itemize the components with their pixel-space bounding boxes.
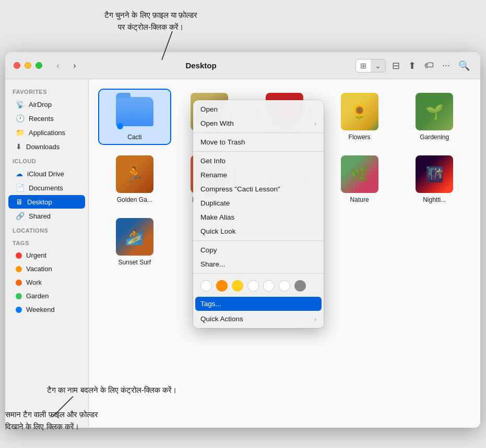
urgent-dot <box>16 252 22 259</box>
color-dot-none[interactable] <box>200 280 212 292</box>
sidebar-item-tag-vacation[interactable]: Vacation <box>8 262 85 275</box>
gardening-label: Gardening <box>420 134 449 141</box>
documents-icon: 📄 <box>16 184 25 192</box>
file-item-nature[interactable]: 🌿 Nature <box>324 152 395 207</box>
separator-2 <box>193 151 324 152</box>
sidebar-item-desktop-label: Desktop <box>27 198 52 206</box>
golden-thumb: 🏃 <box>116 155 153 193</box>
separator-1 <box>193 132 324 133</box>
file-item-cacti[interactable]: Cacti <box>99 90 170 144</box>
sidebar-item-tag-weekend[interactable]: Weekend <box>8 303 85 316</box>
traffic-lights <box>14 62 42 69</box>
locations-label: Locations <box>5 223 88 236</box>
finder-window: ‹ › Desktop ⊞ ⌄ ⊟ ⬆ 🏷 ··· 🔍 Favorites 📡 … <box>5 52 480 428</box>
weekend-dot <box>16 307 22 313</box>
cacti-label: Cacti <box>127 134 141 141</box>
color-dot-gray[interactable] <box>294 280 306 292</box>
separator-3 <box>193 240 324 241</box>
nature-thumb: 🌿 <box>341 155 378 193</box>
file-item-golden[interactable]: 🏃 Golden Ga... <box>99 152 170 207</box>
menu-quick-look[interactable]: Quick Look <box>193 224 324 238</box>
menu-open-with[interactable]: Open With › <box>193 116 324 130</box>
sidebar-item-applications[interactable]: 📁 Applications <box>8 126 85 139</box>
color-dot-none2[interactable] <box>247 280 259 292</box>
minimize-button[interactable] <box>25 62 31 69</box>
separator-4 <box>193 273 324 274</box>
sidebar-tag-urgent-label: Urgent <box>26 251 46 259</box>
desktop-icon: 🖥 <box>16 198 23 206</box>
menu-move-to-trash[interactable]: Move to Trash <box>193 135 324 149</box>
file-item-sunset[interactable]: 🏄 Sunset Surf <box>99 215 170 269</box>
main-area: Favorites 📡 AirDrop 🕐 Recents 📁 Applicat… <box>5 79 480 428</box>
menu-rename[interactable]: Rename <box>193 168 324 182</box>
search-button[interactable]: 🔍 <box>456 58 472 74</box>
color-dot-orange[interactable] <box>216 280 228 292</box>
maximize-button[interactable] <box>35 62 42 69</box>
applications-icon: 📁 <box>16 128 25 137</box>
sidebar-item-airdrop[interactable]: 📡 AirDrop <box>8 98 85 111</box>
icon-view-button[interactable]: ⊞ <box>356 59 371 72</box>
context-menu: Open Open With › Move to Trash Get Info … <box>193 100 324 328</box>
sidebar-item-tag-urgent[interactable]: Urgent <box>8 249 85 262</box>
color-dot-yellow[interactable] <box>232 280 243 292</box>
garden-dot <box>16 293 22 299</box>
window-title: Desktop <box>46 61 355 70</box>
open-with-arrow: › <box>314 120 316 127</box>
cacti-tag <box>117 123 123 129</box>
sidebar-item-documents[interactable]: 📄 Documents <box>8 181 85 195</box>
share-toolbar-button[interactable]: ⬆ <box>406 58 418 74</box>
toolbar-right: ⊞ ⌄ ⊟ ⬆ 🏷 ··· 🔍 <box>355 58 472 74</box>
sidebar-item-tag-garden[interactable]: Garden <box>8 289 85 302</box>
sunset-label: Sunset Surf <box>118 259 151 266</box>
cacti-folder-icon <box>116 97 153 126</box>
nature-label: Nature <box>350 196 369 203</box>
tag-toolbar-button[interactable]: 🏷 <box>422 58 436 73</box>
favorites-label: Favorites <box>5 84 88 97</box>
view-options-button[interactable]: ⌄ <box>371 59 385 72</box>
annotation-top: टैग चुनने के लिए फ़ाइल या फ़ोल्डर पर कंट… <box>104 9 197 33</box>
sidebar-item-documents-label: Documents <box>29 184 63 192</box>
menu-make-alias[interactable]: Make Alias <box>193 210 324 224</box>
file-item-gardening[interactable]: 🌱 Gardening <box>399 90 470 144</box>
sidebar-item-shared[interactable]: 🔗 Shared <box>8 209 85 223</box>
sidebar-tag-weekend-label: Weekend <box>26 306 55 313</box>
menu-quick-actions[interactable]: Quick Actions › <box>193 312 324 326</box>
close-button[interactable] <box>14 62 20 69</box>
icloud-label: iCloud <box>5 154 88 166</box>
menu-share[interactable]: Share... <box>193 257 324 271</box>
flowers-label: Flowers <box>349 134 371 141</box>
file-item-flowers[interactable]: 🌻 Flowers <box>324 90 395 144</box>
menu-duplicate[interactable]: Duplicate <box>193 196 324 210</box>
sidebar-item-tag-work[interactable]: Work <box>8 276 85 289</box>
color-dot-none4[interactable] <box>279 280 290 292</box>
group-view-button[interactable]: ⊟ <box>390 58 402 74</box>
menu-open[interactable]: Open <box>193 102 324 116</box>
color-dot-none3[interactable] <box>263 280 275 292</box>
sidebar-item-shared-label: Shared <box>29 212 51 220</box>
menu-tags[interactable]: Tags... <box>195 297 322 311</box>
sunset-thumb: 🏄 <box>116 218 153 256</box>
content-area: Cacti 🏜 Cacti 🌺 Flower <box>89 79 480 428</box>
file-item-nighttime[interactable]: 🌃 Nightti... <box>399 152 470 207</box>
sidebar-item-desktop[interactable]: 🖥 Desktop <box>8 195 85 209</box>
sidebar-item-applications-label: Applications <box>29 129 65 137</box>
nighttime-thumb: 🌃 <box>416 155 453 193</box>
quick-actions-arrow: › <box>314 316 316 322</box>
menu-copy[interactable]: Copy <box>193 243 324 257</box>
sidebar-tag-vacation-label: Vacation <box>26 265 52 273</box>
title-bar: ‹ › Desktop ⊞ ⌄ ⊟ ⬆ 🏷 ··· 🔍 <box>5 52 480 79</box>
sidebar: Favorites 📡 AirDrop 🕐 Recents 📁 Applicat… <box>5 79 89 428</box>
icloud-icon: ☁ <box>16 169 23 178</box>
gardening-thumb: 🌱 <box>416 93 453 130</box>
more-button[interactable]: ··· <box>440 58 452 73</box>
annotation-bottom-left: समान टैग वाली फ़ाइल और फ़ोल्डर दिखाने के… <box>5 409 98 432</box>
shared-icon: 🔗 <box>16 212 25 220</box>
sidebar-item-icloud-drive[interactable]: ☁ iCloud Drive <box>8 167 85 180</box>
sidebar-tag-work-label: Work <box>26 279 42 286</box>
menu-get-info[interactable]: Get Info <box>193 154 324 168</box>
sidebar-item-recents[interactable]: 🕐 Recents <box>8 112 85 125</box>
annotation-bottom-right: टैग का नाम बदलने के लिए कंट्रोल-क्लिक कर… <box>47 384 177 396</box>
sidebar-item-downloads[interactable]: ⬇ Downloads <box>8 140 85 153</box>
menu-compress[interactable]: Compress "Cacti Lesson" <box>193 182 324 196</box>
work-dot <box>16 280 22 286</box>
